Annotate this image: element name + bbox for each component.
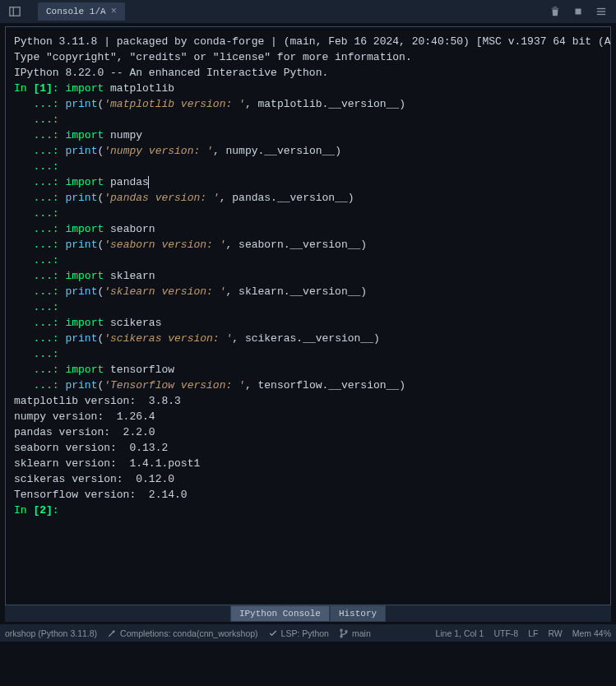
code-line: ...: <box>14 299 602 315</box>
status-rw[interactable]: RW <box>548 628 562 638</box>
prompt-num: [2] <box>33 504 52 517</box>
prompt-continuation: ...: <box>14 254 65 267</box>
prompt-continuation: ...: <box>14 301 65 313</box>
bottom-tabs: IPython Console History <box>5 605 611 622</box>
blank-area <box>0 642 616 686</box>
menu-icon[interactable] <box>593 3 609 20</box>
banner-line: Python 3.11.8 | packaged by conda-forge … <box>14 34 602 49</box>
title-bar: Console 1/A × <box>0 0 616 23</box>
output-line: seaborn version: 0.13.2 <box>14 440 602 456</box>
prompt-line: In [2]: <box>14 503 602 518</box>
code-line: ...: import seaborn <box>14 221 602 237</box>
code-line: ...: <box>14 112 602 127</box>
code-line: ...: import pandas <box>14 174 602 190</box>
prompt-continuation: ...: <box>14 379 65 392</box>
check-icon <box>268 628 278 638</box>
panel-icon[interactable] <box>7 3 23 20</box>
output-line: scikeras version: 0.12.0 <box>14 471 602 487</box>
code-line: ...: import numpy <box>14 127 602 143</box>
code-line: ...: import tensorflow <box>14 362 602 378</box>
prompt-continuation: ...: <box>14 285 65 298</box>
prompt-continuation: ...: <box>14 114 65 126</box>
banner-line: Type "copyright", "credits" or "license"… <box>14 49 602 65</box>
tab-history[interactable]: History <box>330 605 386 622</box>
svg-point-8 <box>345 630 347 632</box>
console-wrap: Python 3.11.8 | packaged by conda-forge … <box>0 23 616 623</box>
code-line: ...: <box>14 253 602 268</box>
status-branch[interactable]: main <box>339 628 371 638</box>
prompt-continuation: ...: <box>14 332 65 345</box>
output-line: Tensorflow version: 2.14.0 <box>14 487 602 503</box>
prompt-continuation: ...: <box>14 239 65 251</box>
output-line: numpy version: 1.26.4 <box>14 409 602 424</box>
output-line: pandas version: 2.2.0 <box>14 424 602 440</box>
code-line: ...: <box>14 159 602 174</box>
code-line: ...: <box>14 346 602 362</box>
prompt-continuation: ...: <box>14 207 65 220</box>
status-lsp[interactable]: LSP: Python <box>268 628 329 638</box>
prompt-continuation: ...: <box>14 176 65 188</box>
trash-icon[interactable] <box>547 3 563 20</box>
text-cursor <box>148 176 149 188</box>
prompt-continuation: ...: <box>14 270 65 282</box>
prompt-continuation: ...: <box>14 160 65 173</box>
console-tab[interactable]: Console 1/A × <box>38 2 125 21</box>
code-line: ...: print('sklearn version: ', sklearn.… <box>14 284 602 299</box>
code-line: ...: print('scikeras version: ', scikera… <box>14 331 602 346</box>
code-line: ...: print('numpy version: ', numpy.__ve… <box>14 143 602 159</box>
svg-point-7 <box>340 635 342 637</box>
code-line: ...: <box>14 206 602 221</box>
svg-rect-2 <box>576 9 581 15</box>
prompt-continuation: ...: <box>14 129 65 141</box>
status-completions[interactable]: Completions: conda(cnn_workshop) <box>107 628 258 638</box>
prompt-in: In <box>14 504 33 517</box>
wand-icon <box>107 628 117 638</box>
console-output[interactable]: Python 3.11.8 | packaged by conda-forge … <box>5 26 611 605</box>
code-line: In [1]: import matplotlib <box>14 81 602 96</box>
status-env[interactable]: orkshop (Python 3.11.8) <box>5 628 97 638</box>
code-line: ...: print('pandas version: ', pandas.__… <box>14 190 602 206</box>
prompt-continuation: ...: <box>14 98 65 110</box>
prompt-continuation: ...: <box>14 317 65 329</box>
prompt-continuation: ...: <box>14 223 65 235</box>
prompt-continuation: ...: <box>14 145 65 157</box>
svg-point-6 <box>340 629 342 631</box>
stop-icon[interactable] <box>570 3 586 20</box>
close-icon[interactable]: × <box>111 6 117 17</box>
code-line: ...: import scikeras <box>14 315 602 331</box>
status-eol[interactable]: LF <box>528 628 538 638</box>
status-mem[interactable]: Mem 44% <box>572 628 611 638</box>
banner-line: IPython 8.22.0 -- An enhanced Interactiv… <box>14 65 602 81</box>
prompt-num: [1] <box>33 82 52 95</box>
code-line: ...: print('Tensorflow version: ', tenso… <box>14 378 602 393</box>
code-line: ...: print('matplotlib version: ', matpl… <box>14 96 602 112</box>
status-bar: orkshop (Python 3.11.8) Completions: con… <box>0 623 616 642</box>
git-branch-icon <box>339 628 349 638</box>
code-line: ...: import sklearn <box>14 268 602 284</box>
output-line: sklearn version: 1.4.1.post1 <box>14 456 602 471</box>
output-line: matplotlib version: 3.8.3 <box>14 393 602 409</box>
tab-ipython-console[interactable]: IPython Console <box>230 605 330 622</box>
prompt-continuation: ...: <box>14 348 65 360</box>
prompt-in: In <box>14 82 33 95</box>
code-line: ...: print('seaborn version: ', seaborn.… <box>14 237 602 253</box>
prompt-continuation: ...: <box>14 364 65 376</box>
prompt-continuation: ...: <box>14 192 65 204</box>
tab-label: Console 1/A <box>46 7 106 16</box>
svg-rect-0 <box>10 7 20 16</box>
status-encoding[interactable]: UTF-8 <box>493 628 518 638</box>
status-position[interactable]: Line 1, Col 1 <box>435 628 484 638</box>
